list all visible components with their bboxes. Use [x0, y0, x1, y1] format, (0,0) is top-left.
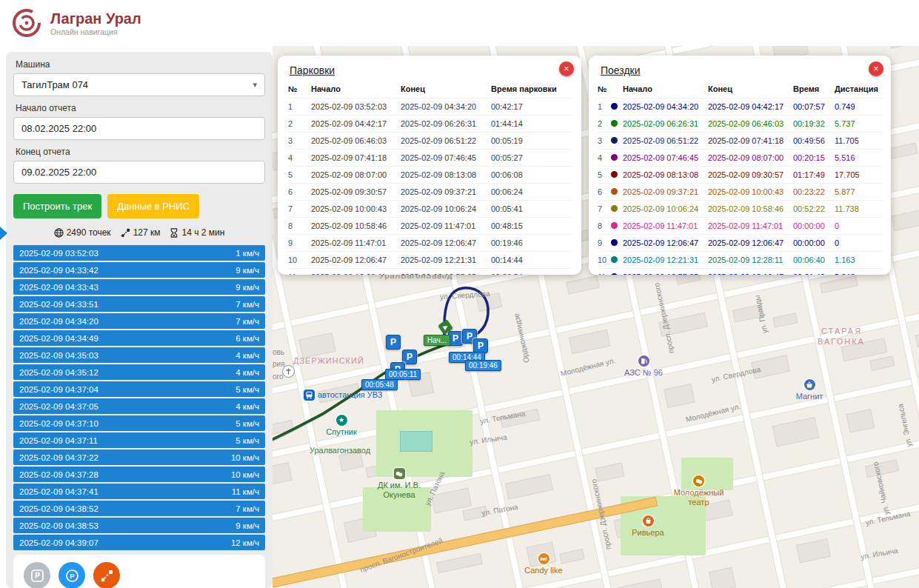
poi-label: АЗС № 96 — [619, 368, 668, 378]
route-waypoints-icon — [100, 569, 114, 583]
track-point-row[interactable]: 2025-02-09 04:37:22 10 км/ч — [13, 450, 265, 465]
parking-marker[interactable]: P — [473, 338, 488, 353]
shopping-bag-icon — [643, 515, 654, 527]
app-logo-icon — [10, 7, 43, 39]
trips-table-row[interactable]: 10 2025-02-09 12:21:31 2025-02-09 12:28:… — [598, 251, 882, 268]
trip-end: 2025-02-09 07:41:18 — [708, 136, 793, 145]
trip-distance: 5.737 — [835, 119, 882, 128]
track-time: 2025-02-09 04:38:53 — [19, 521, 98, 530]
poi-youth-theater: Молодёжный театр — [664, 475, 734, 507]
trip-color-cell — [611, 238, 623, 247]
track-point-row[interactable]: 2025-02-09 04:38:52 7 км/ч — [13, 501, 265, 516]
poi-fuel-station: АЗС № 96 — [619, 355, 668, 378]
track-point-row[interactable]: 2025-02-09 04:37:11 5 км/ч — [13, 432, 265, 448]
track-point-row[interactable]: 2025-02-09 04:33:42 9 км/ч — [13, 262, 265, 278]
close-icon: × — [873, 64, 878, 74]
trips-table-row[interactable]: 3 2025-02-09 06:51:22 2025-02-09 07:41:1… — [598, 132, 882, 149]
track-point-row[interactable]: 2025-02-09 04:37:41 11 км/ч — [13, 484, 265, 499]
parkings-table-row[interactable]: 3 2025-02-09 06:46:03 2025-02-09 06:51:2… — [288, 132, 571, 149]
parkings-table-row[interactable]: 4 2025-02-09 07:41:18 2025-02-09 07:46:4… — [288, 149, 571, 166]
trips-table-row[interactable]: 2 2025-02-09 06:26:31 2025-02-09 06:46:0… — [598, 115, 882, 132]
track-point-row[interactable]: 2025-02-09 04:34:20 7 км/ч — [13, 313, 265, 329]
trips-panel-title: Поездки — [601, 64, 641, 76]
track-list-collapse-arrow[interactable] — [0, 227, 7, 240]
trips-table-row[interactable]: 4 2025-02-09 07:46:45 2025-02-09 08:07:0… — [598, 149, 882, 166]
parking-duration: 00:26:54 — [491, 273, 571, 275]
trips-table-header: № Начало Конец Время Дистанция — [598, 77, 882, 98]
row-number: 10 — [288, 255, 311, 264]
row-number: 8 — [288, 221, 311, 230]
street-label: ДЗЕРЖИНСКИЙ — [293, 356, 364, 365]
parking-end: 2025-02-09 09:37:21 — [401, 187, 491, 196]
parkings-close-button[interactable]: × — [559, 61, 574, 76]
parking-duration: 00:05:41 — [491, 204, 571, 213]
row-number: 2 — [598, 119, 611, 128]
trip-color-dot — [611, 137, 618, 144]
track-point-row[interactable]: 2025-02-09 04:39:07 12 км/ч — [13, 535, 265, 550]
report-start-input[interactable] — [13, 117, 265, 140]
poi-dk-okuneva: ДК им. И.В. Окунева — [366, 468, 432, 499]
track-point-row[interactable]: 2025-02-09 04:37:10 5 км/ч — [13, 415, 265, 431]
parkings-table-row[interactable]: 6 2025-02-09 09:30:57 2025-02-09 09:37:2… — [288, 183, 571, 200]
trips-table-row[interactable]: 5 2025-02-09 08:13:08 2025-02-09 09:30:5… — [598, 166, 882, 183]
trip-start: 2025-02-09 09:37:21 — [623, 187, 708, 196]
trips-table-row[interactable]: 11 2025-02-09 12:55:05 2025-02-09 13:16:… — [598, 268, 882, 275]
track-point-row[interactable]: 2025-02-09 04:34:49 6 км/ч — [13, 330, 265, 346]
track-point-row[interactable]: 2025-02-09 04:37:28 10 км/ч — [13, 467, 265, 482]
poi-label: Молодёжный — [664, 488, 734, 498]
duration-chip: 00:05:48 — [361, 379, 398, 390]
track-speed: 9 км/ч — [235, 266, 259, 275]
row-number: 2 — [288, 119, 311, 128]
points-stat: 2490 точек — [54, 227, 111, 238]
trips-table-row[interactable]: 6 2025-02-09 09:37:21 2025-02-09 10:00:4… — [598, 183, 882, 200]
track-point-row[interactable]: 2025-02-09 04:35:12 4 км/ч — [13, 364, 265, 380]
poi-label: Окунева — [366, 490, 432, 500]
parkings-table-row[interactable]: 9 2025-02-09 11:47:01 2025-02-09 12:06:4… — [288, 234, 571, 251]
track-speed: 10 км/ч — [231, 470, 259, 479]
trips-close-button[interactable]: × — [869, 61, 883, 76]
toggle-route-button[interactable] — [93, 562, 120, 588]
toggle-parking-markers-button[interactable]: P — [59, 562, 85, 588]
poi-label: Спутник — [318, 427, 364, 437]
col-number: № — [288, 84, 311, 93]
track-speed: 5 км/ч — [235, 385, 259, 394]
action-buttons: Построить трек Данные в РНИС — [13, 194, 265, 218]
trip-distance: 1.163 — [835, 255, 882, 264]
track-point-row[interactable]: 2025-02-09 04:38:53 9 км/ч — [13, 518, 265, 533]
track-point-row[interactable]: 2025-02-09 04:37:04 5 км/ч — [13, 381, 265, 397]
report-end-input[interactable] — [13, 161, 265, 184]
track-speed: 5 км/ч — [235, 419, 259, 428]
parking-square-icon: P — [30, 569, 44, 583]
track-point-row[interactable]: 2025-02-09 04:37:05 4 км/ч — [13, 398, 265, 414]
parking-start: 2025-02-09 10:58:46 — [311, 221, 401, 230]
parking-marker[interactable]: P — [386, 335, 401, 350]
trips-table-row[interactable]: 1 2025-02-09 04:34:20 2025-02-09 04:42:1… — [598, 98, 882, 115]
parkings-table-row[interactable]: 8 2025-02-09 10:58:46 2025-02-09 11:47:0… — [288, 217, 571, 234]
parkings-table-row[interactable]: 7 2025-02-09 10:00:43 2025-02-09 10:06:2… — [288, 200, 571, 217]
globe-icon — [54, 228, 64, 238]
col-time: Время — [793, 84, 835, 93]
row-number: 9 — [598, 238, 611, 247]
parkings-table-row[interactable]: 1 2025-02-09 03:52:03 2025-02-09 04:34:2… — [288, 98, 571, 115]
vehicle-select[interactable]: ТагилТрам 074 ▾ — [13, 73, 265, 96]
trips-table-row[interactable]: 7 2025-02-09 10:06:24 2025-02-09 10:58:4… — [598, 200, 882, 217]
parkings-table-row[interactable]: 5 2025-02-09 08:07:00 2025-02-09 08:13:0… — [288, 166, 571, 183]
trips-table-row[interactable]: 8 2025-02-09 11:47:01 2025-02-09 11:47:0… — [598, 217, 882, 234]
track-point-row[interactable]: 2025-02-09 04:33:51 7 км/ч — [13, 296, 265, 312]
rnis-data-button[interactable]: Данные в РНИС — [107, 194, 199, 218]
col-end: Конец — [401, 84, 491, 93]
row-number: 4 — [598, 153, 611, 162]
track-point-row[interactable]: 2025-02-09 03:52:03 1 км/ч — [13, 245, 265, 261]
parkings-table-row[interactable]: 11 2025-02-09 12:28:11 2025-02-09 12:55:… — [288, 268, 571, 275]
track-point-row[interactable]: 2025-02-09 04:35:03 4 км/ч — [13, 347, 265, 363]
parkings-table-row[interactable]: 10 2025-02-09 12:06:47 2025-02-09 12:21:… — [288, 251, 571, 268]
track-point-row[interactable]: 2025-02-09 04:33:43 9 км/ч — [13, 279, 265, 295]
trips-table-row[interactable]: 9 2025-02-09 12:06:47 2025-02-09 12:06:4… — [598, 234, 882, 251]
col-end: Конец — [708, 84, 793, 93]
trip-color-cell — [611, 136, 623, 145]
parking-circle-icon: P — [65, 569, 79, 583]
col-start: Начало — [311, 84, 401, 93]
toggle-parkings-button[interactable]: P — [24, 562, 50, 588]
parkings-table-row[interactable]: 2 2025-02-09 04:42:17 2025-02-09 06:26:3… — [288, 115, 571, 132]
build-track-button[interactable]: Построить трек — [13, 194, 101, 218]
